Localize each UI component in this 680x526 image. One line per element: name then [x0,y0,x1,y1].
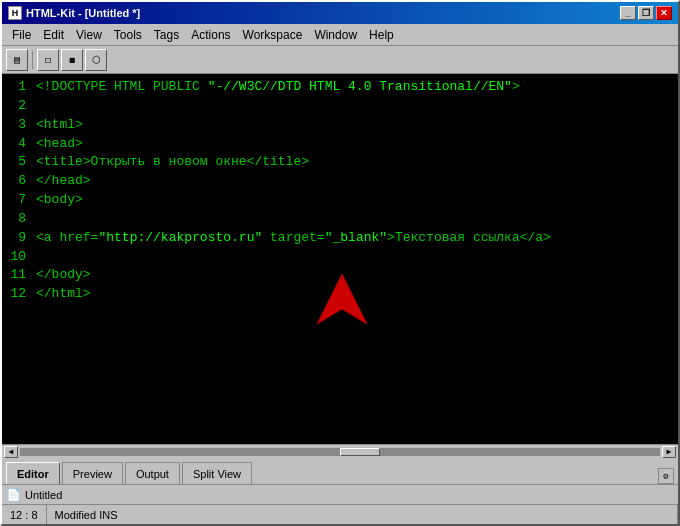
menu-bar: File Edit View Tools Tags Actions Worksp… [2,24,678,46]
code-line: <title>Открыть в новом окне</title> [36,153,674,172]
restore-button[interactable]: ❐ [638,6,654,20]
line-number: 9 [8,229,26,248]
toolbar-btn-2[interactable]: ◻ [37,49,59,71]
title-bar-left: H HTML-Kit - [Untitled *] [8,6,140,20]
menu-actions[interactable]: Actions [185,26,236,44]
tab-split-view[interactable]: Split View [182,462,252,484]
line-number: 1 [8,78,26,97]
line-number: 8 [8,210,26,229]
menu-tools[interactable]: Tools [108,26,148,44]
menu-tags[interactable]: Tags [148,26,185,44]
scroll-thumb[interactable] [340,448,380,456]
scroll-left-button[interactable]: ◀ [4,446,18,458]
filename-section: 📄 Untitled [6,488,674,502]
tab-action-icon[interactable]: ⚙ [658,468,674,484]
toolbar-btn-1[interactable]: ▤ [6,49,28,71]
menu-view[interactable]: View [70,26,108,44]
code-line: <a href="http://kakprosto.ru" target="_b… [36,229,674,248]
scroll-right-button[interactable]: ▶ [662,446,676,458]
status-bar: 12 : 8 Modified INS [2,504,678,524]
title-bar: H HTML-Kit - [Untitled *] _ ❐ ✕ [2,2,678,24]
menu-workspace[interactable]: Workspace [237,26,309,44]
menu-window[interactable]: Window [308,26,363,44]
code-line: <head> [36,135,674,154]
line-number: 11 [8,266,26,285]
menu-file[interactable]: File [6,26,37,44]
file-icon: 📄 [6,488,21,502]
filename-bar: 📄 Untitled [2,484,678,504]
code-editor[interactable]: <!DOCTYPE HTML PUBLIC "-//W3C//DTD HTML … [32,74,678,444]
line-number: 10 [8,248,26,267]
toolbar-btn-3[interactable]: ◼ [61,49,83,71]
line-number: 2 [8,97,26,116]
svg-marker-0 [317,274,367,324]
line-number: 6 [8,172,26,191]
tab-output[interactable]: Output [125,462,180,484]
status-position: 12 : 8 [2,505,47,524]
code-line: <!DOCTYPE HTML PUBLIC "-//W3C//DTD HTML … [36,78,674,97]
line-number: 7 [8,191,26,210]
status-mode: Modified INS [47,505,678,524]
code-line: </head> [36,172,674,191]
main-window: H HTML-Kit - [Untitled *] _ ❐ ✕ File Edi… [0,0,680,526]
code-line [36,210,674,229]
line-numbers: 123456789101112 [2,74,32,444]
line-number: 4 [8,135,26,154]
code-line [36,97,674,116]
toolbar-separator [32,51,33,69]
horizontal-scrollbar[interactable]: ◀ ▶ [2,444,678,458]
menu-edit[interactable]: Edit [37,26,70,44]
menu-help[interactable]: Help [363,26,400,44]
line-number: 12 [8,285,26,304]
minimize-button[interactable]: _ [620,6,636,20]
tab-bar: Editor Preview Output Split View ⚙ [2,458,678,484]
line-number: 5 [8,153,26,172]
line-number: 3 [8,116,26,135]
code-line: <html> [36,116,674,135]
tab-preview[interactable]: Preview [62,462,123,484]
editor-container: 123456789101112 <!DOCTYPE HTML PUBLIC "-… [2,74,678,444]
toolbar-btn-4[interactable]: ⬡ [85,49,107,71]
scroll-track[interactable] [20,448,660,456]
close-button[interactable]: ✕ [656,6,672,20]
code-line: <body> [36,191,674,210]
title-buttons: _ ❐ ✕ [620,6,672,20]
app-icon: H [8,6,22,20]
window-title: HTML-Kit - [Untitled *] [26,7,140,19]
filename-label: Untitled [25,489,62,501]
code-line [36,248,674,267]
toolbar: ▤ ◻ ◼ ⬡ [2,46,678,74]
tab-editor[interactable]: Editor [6,462,60,484]
